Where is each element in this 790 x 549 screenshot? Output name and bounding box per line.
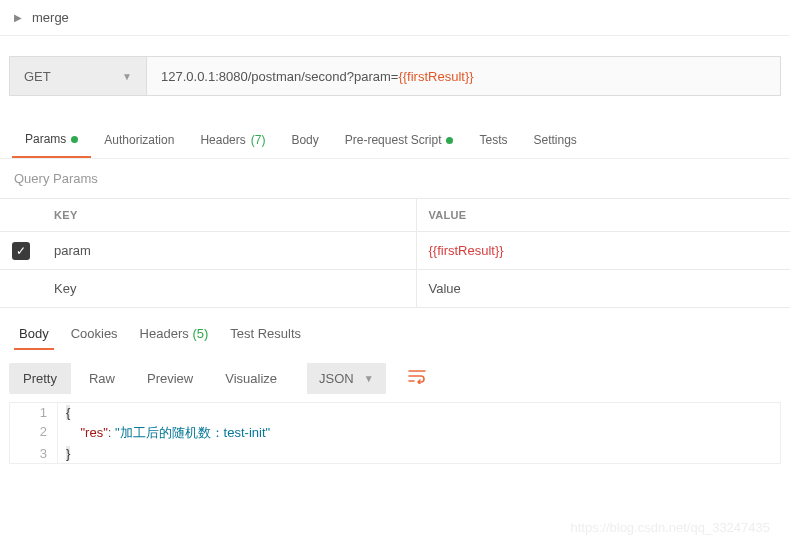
url-variable: {{firstResult}} bbox=[398, 69, 473, 84]
collapse-section[interactable]: ▶ merge bbox=[0, 0, 790, 36]
tab-headers[interactable]: Headers (7) bbox=[187, 122, 278, 158]
caret-right-icon: ▶ bbox=[14, 12, 22, 23]
http-method-select[interactable]: GET ▼ bbox=[9, 56, 147, 96]
response-view-row: Pretty Raw Preview Visualize JSON ▼ bbox=[9, 363, 781, 394]
row-checkbox-cell: ✓ bbox=[0, 232, 42, 269]
response-tab-tests[interactable]: Test Results bbox=[219, 318, 312, 349]
checkbox-checked-icon[interactable]: ✓ bbox=[12, 242, 30, 260]
tab-authorization[interactable]: Authorization bbox=[91, 122, 187, 158]
param-value-placeholder[interactable]: Value bbox=[417, 270, 791, 307]
tab-settings[interactable]: Settings bbox=[521, 122, 590, 158]
param-key-input[interactable]: param bbox=[42, 232, 417, 269]
response-tab-cookies[interactable]: Cookies bbox=[60, 318, 129, 349]
tab-prerequest[interactable]: Pre-request Script bbox=[332, 122, 467, 158]
collapse-label: merge bbox=[32, 10, 69, 25]
param-key-placeholder[interactable]: Key bbox=[42, 270, 417, 307]
params-table-header: KEY VALUE bbox=[0, 198, 790, 232]
param-value-input[interactable]: {{firstResult}} bbox=[417, 232, 791, 269]
request-url-row: GET ▼ 127.0.0.1:8080/postman/second?para… bbox=[9, 56, 781, 96]
response-tab-headers[interactable]: Headers (5) bbox=[129, 318, 220, 349]
view-pretty-button[interactable]: Pretty bbox=[9, 363, 71, 394]
response-tabs: Body Cookies Headers (5) Test Results bbox=[0, 308, 790, 349]
column-header-value: VALUE bbox=[417, 199, 791, 231]
tab-params[interactable]: Params bbox=[12, 122, 91, 158]
status-dot-icon bbox=[71, 136, 78, 143]
caret-down-icon: ▼ bbox=[122, 71, 132, 82]
tab-body[interactable]: Body bbox=[278, 122, 331, 158]
response-tab-body[interactable]: Body bbox=[8, 318, 60, 349]
url-input[interactable]: 127.0.0.1:8080/postman/second?param={{fi… bbox=[147, 56, 781, 96]
wrap-lines-icon[interactable] bbox=[402, 364, 432, 394]
caret-down-icon: ▼ bbox=[364, 373, 374, 384]
status-dot-icon bbox=[446, 137, 453, 144]
view-raw-button[interactable]: Raw bbox=[75, 363, 129, 394]
query-params-title: Query Params bbox=[0, 159, 790, 198]
view-visualize-button[interactable]: Visualize bbox=[211, 363, 291, 394]
request-tabs: Params Authorization Headers (7) Body Pr… bbox=[0, 122, 790, 159]
format-select[interactable]: JSON ▼ bbox=[307, 363, 386, 394]
param-row: ✓ param {{firstResult}} bbox=[0, 232, 790, 270]
response-code: 1{ 2 "res": "加工后的随机数：test-init" 3} bbox=[9, 402, 781, 464]
view-preview-button[interactable]: Preview bbox=[133, 363, 207, 394]
column-header-key: KEY bbox=[42, 199, 417, 231]
method-label: GET bbox=[24, 69, 51, 84]
param-row-empty: Key Value bbox=[0, 270, 790, 308]
url-text: 127.0.0.1:8080/postman/second?param= bbox=[161, 69, 398, 84]
tab-tests[interactable]: Tests bbox=[466, 122, 520, 158]
